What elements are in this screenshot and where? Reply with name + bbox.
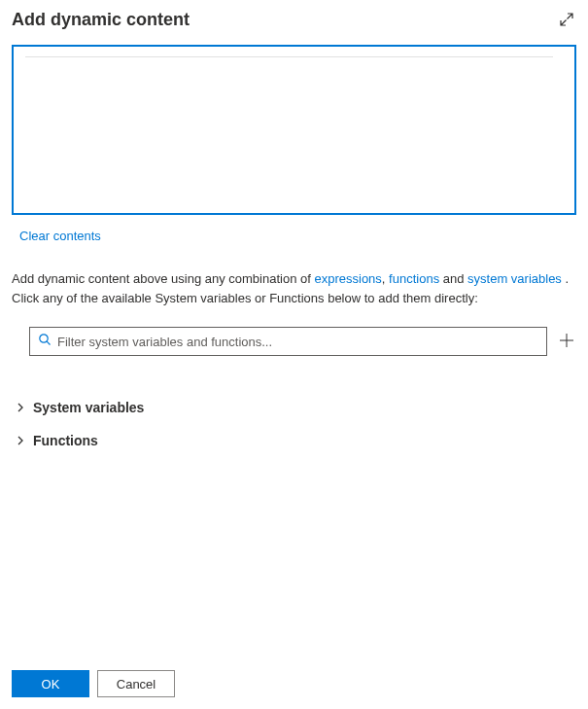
help-text: Add dynamic content above using any comb…: [12, 269, 576, 307]
chevron-right-icon: [16, 399, 25, 416]
functions-link[interactable]: functions: [389, 271, 439, 286]
system-variables-link[interactable]: system variables: [467, 271, 562, 286]
search-icon: [38, 333, 52, 350]
clear-contents-link[interactable]: Clear contents: [19, 229, 101, 243]
help-sep1: ,: [382, 271, 389, 286]
filter-row: [12, 327, 576, 356]
chevron-right-icon: [16, 432, 25, 449]
help-prefix: Add dynamic content above using any comb…: [12, 271, 314, 286]
expand-icon[interactable]: [557, 10, 576, 33]
section-label: System variables: [33, 400, 144, 415]
svg-point-0: [40, 335, 48, 342]
dialog-title: Add dynamic content: [12, 10, 190, 30]
help-sep2: and: [439, 271, 467, 286]
expression-editor[interactable]: [12, 45, 576, 215]
expressions-link[interactable]: expressions: [314, 271, 381, 286]
section-system-variables[interactable]: System variables: [16, 395, 576, 420]
sections: System variables Functions: [12, 395, 576, 453]
dialog-footer: OK Cancel: [0, 658, 588, 709]
filter-input-container[interactable]: [29, 327, 547, 356]
dialog-header: Add dynamic content: [0, 0, 588, 45]
plus-icon[interactable]: [557, 331, 576, 353]
filter-input[interactable]: [57, 335, 538, 349]
dialog-content: Clear contents Add dynamic content above…: [0, 45, 588, 658]
cancel-button[interactable]: Cancel: [97, 670, 175, 697]
ok-button[interactable]: OK: [12, 670, 89, 697]
expression-textarea[interactable]: [19, 53, 569, 207]
section-label: Functions: [33, 433, 98, 448]
section-functions[interactable]: Functions: [16, 428, 576, 453]
